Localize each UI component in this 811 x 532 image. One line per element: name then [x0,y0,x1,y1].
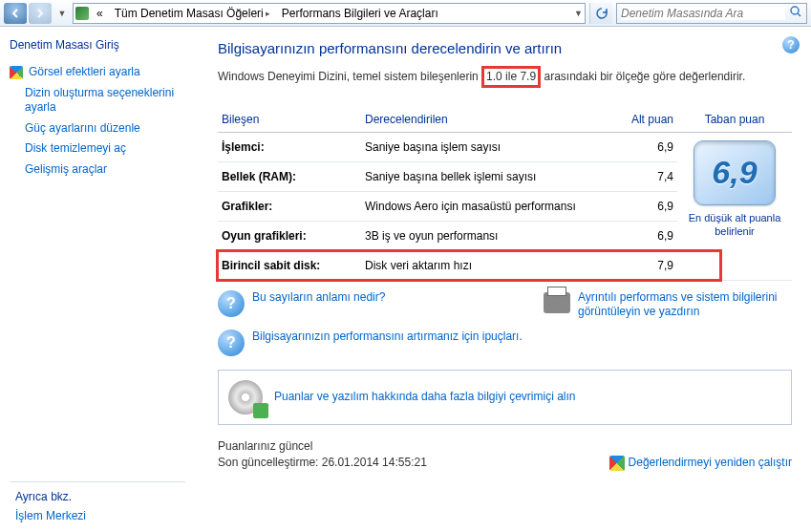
content-area: Denetim Masası Giriş Görsel efektleri ay… [0,27,811,532]
cell-comp: İşlemci: [218,132,361,161]
sidebar-item-indexing[interactable]: Dizin oluşturma seçeneklerini ayarla [25,86,185,116]
col-rated: Derecelendirilen [361,107,610,133]
software-icon [228,380,263,415]
link-group-q1: ? Bu sayıların anlamı nedir? [218,290,534,317]
search-input[interactable] [621,7,785,20]
col-base: Taban puan [677,107,792,133]
sidebar: Denetim Masası Giriş Görsel efektleri ay… [0,27,195,532]
link-group-q2: ? Bilgisayarınızın performansını artırma… [218,330,792,356]
nav-back-button[interactable] [4,3,27,24]
col-subscore: Alt puan [610,107,677,133]
nav-arrows [4,3,52,24]
cell-rated: Windows Aero için masaüstü performansı [361,191,610,221]
nav-forward-button[interactable] [29,3,52,24]
cell-comp: Bellek (RAM): [218,161,361,191]
cell-sub: 7,4 [610,161,677,191]
help-links-row: ? Bu sayıların anlamı nedir? Ayrıntılı p… [218,290,792,320]
rerun-label: Değerlendirmeyi yeniden çalıştır [629,456,792,471]
cell-sub: 6,9 [610,132,677,161]
col-component: Bileşen [218,107,361,133]
base-score-badge: 6,9 [694,140,776,205]
table-row: İşlemci: Saniye başına işlem sayısı 6,9 … [218,132,792,161]
see-also-heading: Ayrıca bkz. [15,490,185,503]
breadcrumb-segment-0[interactable]: Tüm Denetim Masası Öğeleri ▸ [111,4,274,23]
sidebar-item-label: Görsel efektleri ayarla [29,65,140,80]
cell-rated: Disk veri aktarım hızı [361,250,610,280]
intro-text: Windows Deneyimi Dizini, temel sistem bi… [218,66,792,88]
cell-rated: 3B iş ve oyun performansı [361,221,610,250]
base-score-cell: 6,9 En düşük alt puanla belirlenir [677,132,792,280]
breadcrumb-back[interactable]: « [93,4,107,23]
status-row: Puanlarınız güncel Son güncelleştirme: 2… [218,438,792,471]
cell-comp: Oyun grafikleri: [218,221,361,250]
question-icon: ? [218,330,245,356]
help-icon[interactable]: ? [782,36,800,53]
cell-sub: 6,9 [610,221,677,250]
svg-point-0 [791,7,799,14]
cell-comp: Birincil sabit disk: [218,250,361,280]
link-meaning[interactable]: Bu sayıların anlamı nedir? [252,290,385,317]
shield-icon [609,456,625,471]
link-group-print: Ayrıntılı performans ve sistem bilgileri… [544,290,792,320]
link-print-details[interactable]: Ayrıntılı performans ve sistem bilgileri… [578,290,792,320]
scores-table: Bileşen Derecelendirilen Alt puan Taban … [218,107,792,281]
base-score-value: 6,9 [712,154,757,191]
sidebar-item-advanced[interactable]: Gelişmiş araçlar [25,162,185,178]
link-tips[interactable]: Bilgisayarınızın performansını artırmanı… [252,330,523,356]
page-title: Bilgisayarınızın performansını derecelen… [218,40,792,56]
status-uptodate: Puanlarınız güncel [218,438,427,455]
search-icon[interactable] [789,5,802,21]
sidebar-item-visual-effects[interactable]: Görsel efektleri ayarla [10,65,185,80]
status-text: Puanlarınız güncel Son güncelleştirme: 2… [218,438,427,471]
divider [10,481,185,482]
address-bar[interactable]: « Tüm Denetim Masası Öğeleri ▸ Performan… [73,3,586,24]
help-links-row-2: ? Bilgisayarınızın performansını artırma… [218,330,792,356]
sidebar-item-disk-cleanup[interactable]: Disk temizlemeyi aç [25,141,185,157]
titlebar: ▼ « Tüm Denetim Masası Öğeleri ▸ Perform… [0,0,811,27]
nav-history-dropdown[interactable]: ▼ [55,3,69,24]
highlight-range: 1.0 ile 7.9 [481,66,541,88]
sidebar-item-power[interactable]: Güç ayarlarını düzenle [25,121,185,137]
sidebar-home-link[interactable]: Denetim Masası Giriş [10,38,185,52]
online-info-box: Puanlar ve yazılım hakkında daha fazla b… [218,370,792,425]
base-score-caption: En düşük alt puanla belirlenir [681,211,788,239]
cell-sub: 6,9 [610,191,677,221]
rerun-assessment-link[interactable]: Değerlendirmeyi yeniden çalıştır [609,456,792,471]
refresh-button[interactable] [589,3,612,24]
link-online-info[interactable]: Puanlar ve yazılım hakkında daha fazla b… [274,390,575,405]
location-icon [75,7,89,20]
chevron-right-icon: ▸ [266,9,270,18]
cell-rated: Saniye başına bellek işlemi sayısı [361,161,610,191]
status-last-updated: Son güncelleştirme: 26.01.2014 14:55:21 [218,455,427,471]
address-dropdown-icon[interactable]: ▼ [574,9,583,18]
cell-sub: 7,9 [610,250,677,280]
chevron-left-icon: « [96,7,103,20]
cell-rated: Saniye başına işlem sayısı [361,132,610,161]
see-also-action-center[interactable]: İşlem Merkezi [15,509,185,524]
breadcrumb-segment-1[interactable]: Performans Bilgileri ve Araçları [278,4,442,23]
search-box[interactable] [616,3,807,24]
printer-icon [544,292,570,313]
shield-icon [10,66,23,79]
main-panel: ? Bilgisayarınızın performansını derecel… [195,27,811,532]
cell-comp: Grafikler: [218,191,361,221]
question-icon: ? [218,290,245,317]
